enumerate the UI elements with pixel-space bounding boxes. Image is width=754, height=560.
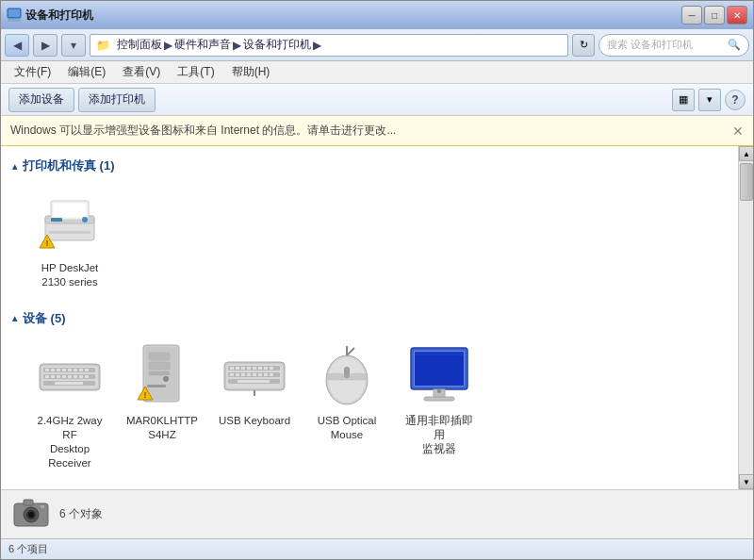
bottom-area: 6 个对象: [1, 489, 753, 538]
sep3: ▶: [313, 39, 321, 52]
svg-rect-81: [41, 505, 44, 508]
svg-rect-17: [45, 369, 49, 371]
svg-rect-22: [74, 369, 77, 371]
breadcrumb-2: 硬件和声音: [174, 37, 231, 53]
search-box[interactable]: 搜索 设备和打印机 🔍: [598, 34, 749, 57]
help-button[interactable]: ?: [725, 90, 746, 110]
add-device-button[interactable]: 添加设备: [8, 88, 74, 112]
menu-edit[interactable]: 编辑(E): [60, 62, 113, 82]
dropdown-arrow-icon: ▾: [71, 39, 76, 52]
breadcrumb-3: 设备和打印机: [243, 37, 311, 53]
view-dropdown-icon: ▾: [707, 93, 713, 106]
window-icon: [7, 8, 22, 23]
usb-mouse-icon: [317, 344, 377, 408]
svg-rect-37: [149, 362, 170, 370]
breadcrumb-1: 控制面板: [117, 37, 162, 53]
desktop-icon-container: !: [128, 342, 196, 410]
info-bar: Windows 可以显示增强型设备图标和来自 Internet 的信息。请单击进…: [1, 116, 753, 146]
usb-mouse-icon-container: [313, 342, 381, 410]
svg-point-9: [82, 217, 88, 222]
maximize-button[interactable]: □: [704, 6, 725, 25]
svg-rect-19: [57, 369, 60, 371]
svg-rect-57: [236, 373, 239, 376]
device-item-rf-receiver[interactable]: 2.4GHz 2way RFDesktopReceiver: [27, 337, 112, 476]
svg-rect-74: [424, 397, 454, 401]
svg-rect-6: [53, 203, 87, 218]
svg-rect-29: [68, 375, 72, 378]
svg-rect-50: [241, 367, 245, 370]
title-bar-left: 设备和打印机: [7, 8, 93, 24]
printers-grid: ! HP DeskJet2130 series: [12, 184, 727, 295]
rf-receiver-icon-container: [36, 342, 104, 410]
sep1: ▶: [164, 39, 172, 52]
device-item-monitor[interactable]: 通用非即插即用监视器: [397, 337, 482, 476]
refresh-button[interactable]: ↻: [572, 34, 595, 57]
window-title: 设备和打印机: [25, 8, 93, 24]
svg-rect-38: [149, 371, 170, 375]
scrollbar-empty: [739, 203, 753, 474]
back-button[interactable]: ◀: [5, 34, 29, 57]
devices-collapse-icon[interactable]: ▴: [12, 313, 17, 323]
svg-rect-36: [149, 353, 170, 360]
usb-keyboard-label: USB Keyboard: [219, 414, 290, 428]
svg-rect-2: [8, 19, 21, 22]
desktop-label: MAR0KLHTTPS4HZ: [126, 414, 198, 442]
title-controls: ─ □ ✕: [681, 6, 747, 25]
printers-collapse-icon[interactable]: ▴: [12, 161, 17, 172]
info-close-button[interactable]: ✕: [732, 124, 744, 139]
forward-button[interactable]: ▶: [33, 34, 57, 57]
view-dropdown-button[interactable]: ▾: [698, 89, 721, 111]
device-item-usb-mouse[interactable]: USB OpticalMouse: [304, 337, 389, 476]
usb-mouse-label: USB OpticalMouse: [318, 414, 377, 442]
scrollbar-thumb[interactable]: [740, 163, 753, 201]
menu-file[interactable]: 文件(F): [7, 62, 58, 82]
view-toggle-button[interactable]: ▦: [672, 89, 695, 111]
menu-view[interactable]: 查看(V): [115, 62, 168, 82]
device-item-usb-keyboard[interactable]: USB Keyboard: [212, 337, 297, 476]
devices-section-header: ▴ 设备 (5): [12, 310, 727, 327]
device-item-desktop[interactable]: ! MAR0KLHTTPS4HZ: [120, 337, 205, 476]
search-placeholder-text: 搜索 设备和打印机: [607, 38, 693, 52]
svg-rect-27: [57, 375, 60, 378]
menu-tools[interactable]: 工具(T): [170, 62, 221, 82]
content-wrapper: ▴ 打印机和传真 (1): [1, 146, 753, 489]
svg-rect-25: [45, 375, 49, 378]
toolbar: 添加设备 添加打印机 ▦ ▾ ?: [1, 84, 753, 116]
svg-rect-54: [264, 367, 268, 370]
title-bar: 设备和打印机 ─ □ ✕: [1, 1, 753, 29]
svg-rect-20: [62, 369, 66, 371]
menu-help[interactable]: 帮助(H): [224, 62, 278, 82]
device-item-hpdeskjet[interactable]: ! HP DeskJet2130 series: [27, 184, 112, 295]
svg-point-39: [163, 376, 169, 382]
camera-icon: [12, 496, 50, 530]
printer-icon: !: [38, 195, 102, 252]
main-content: ▴ 打印机和传真 (1): [1, 146, 738, 489]
main-window: 设备和打印机 ─ □ ✕ ◀ ▶ ▾ 📁 控制面板 ▶ 硬件和声音 ▶ 设备和打…: [0, 0, 754, 560]
svg-rect-21: [68, 369, 72, 371]
printers-section-title: 打印机和传真 (1): [23, 157, 115, 174]
usb-keyboard-icon: [222, 349, 287, 404]
svg-rect-18: [51, 369, 55, 371]
scrollbar-down-button[interactable]: ▼: [739, 474, 753, 489]
svg-text:!: !: [46, 239, 49, 248]
scrollbar-up-button[interactable]: ▲: [739, 146, 753, 161]
add-printer-button[interactable]: 添加打印机: [78, 88, 156, 112]
monitor-icon-container: [405, 342, 473, 410]
add-device-label: 添加设备: [19, 91, 64, 107]
dropdown-button[interactable]: ▾: [61, 34, 86, 57]
svg-rect-23: [79, 369, 83, 371]
svg-rect-51: [247, 367, 251, 370]
camera-device-item[interactable]: [12, 496, 50, 533]
address-path[interactable]: 📁 控制面板 ▶ 硬件和声音 ▶ 设备和打印机 ▶: [90, 34, 568, 57]
close-button[interactable]: ✕: [727, 6, 747, 25]
hpdeskjet-label: HP DeskJet2130 series: [41, 261, 99, 289]
breadcrumb-folder-icon: 📁: [96, 39, 110, 52]
minimize-button[interactable]: ─: [681, 6, 702, 25]
help-icon: ?: [731, 93, 738, 107]
devices-section-title: 设备 (5): [23, 310, 66, 327]
info-message: Windows 可以显示增强型设备图标和来自 Internet 的信息。请单击进…: [10, 123, 396, 139]
svg-rect-8: [51, 218, 62, 222]
forward-arrow-icon: ▶: [41, 39, 50, 52]
svg-rect-71: [415, 352, 464, 386]
svg-rect-61: [258, 373, 262, 376]
